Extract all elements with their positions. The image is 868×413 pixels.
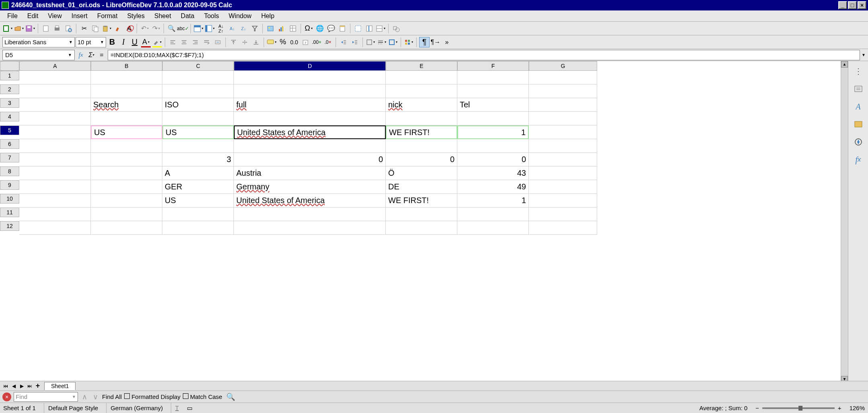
cell-A5[interactable] <box>19 125 91 139</box>
cell-B6[interactable] <box>91 139 162 153</box>
cell-A8[interactable] <box>19 166 91 180</box>
close-findbar-button[interactable]: × <box>2 392 11 401</box>
add-sheet-button[interactable]: + <box>34 382 42 390</box>
language-status[interactable]: German (Germany) <box>106 403 163 413</box>
cell-E4[interactable] <box>386 112 457 125</box>
cell-D4[interactable] <box>234 112 386 125</box>
col-header-E[interactable]: E <box>386 61 457 71</box>
row-header-4[interactable]: 4 <box>0 112 19 121</box>
calc-status[interactable]: Average: ; Sum: 0 <box>699 405 747 411</box>
cell-E6[interactable] <box>386 139 457 153</box>
find-replace-button[interactable]: 🔍 <box>166 23 177 34</box>
show-draw-button[interactable] <box>391 23 401 34</box>
font-name-combo[interactable]: Liberation Sans ▼ <box>2 37 75 47</box>
cell-E7[interactable]: 0 <box>386 153 457 166</box>
open-button[interactable] <box>14 23 24 34</box>
styles-pane-icon[interactable]: A <box>852 101 864 113</box>
cell-E2[interactable] <box>386 84 457 98</box>
cell-E9[interactable]: DE <box>386 180 457 194</box>
cell-E3[interactable]: nick <box>386 98 457 112</box>
tab-first-button[interactable]: ⏮ <box>2 382 10 390</box>
font-color-button[interactable]: A <box>141 37 151 47</box>
print-preview-button[interactable] <box>63 23 74 34</box>
cell-F4[interactable] <box>457 112 529 125</box>
highlight-color-button[interactable] <box>152 37 162 47</box>
cell-C7[interactable]: 3 <box>162 153 234 166</box>
row-header-8[interactable]: 8 <box>0 166 19 176</box>
more-button[interactable]: » <box>442 37 452 47</box>
cell-D6[interactable] <box>234 139 386 153</box>
cell-C12[interactable] <box>162 221 234 235</box>
cell-B7[interactable] <box>91 153 162 166</box>
border-style-button[interactable] <box>377 37 387 47</box>
menu-insert[interactable]: Insert <box>67 12 92 21</box>
cell-C8[interactable]: A <box>162 166 234 180</box>
paste-button[interactable] <box>101 23 112 34</box>
cell-C2[interactable] <box>162 84 234 98</box>
cell-E11[interactable] <box>386 208 457 221</box>
cell-G5[interactable] <box>529 125 597 139</box>
freeze-button[interactable] <box>364 23 375 34</box>
cell-D2[interactable] <box>234 84 386 98</box>
cell-B12[interactable] <box>91 221 162 235</box>
spreadsheet-grid[interactable]: A B C D E F G 1 2 3 Search ISO full nick… <box>0 61 848 235</box>
date-format-button[interactable]: 7 <box>300 37 311 47</box>
remove-decimal-button[interactable]: .0× <box>323 37 333 47</box>
cell-E10[interactable]: WE FIRST! <box>386 194 457 208</box>
hyperlink-button[interactable]: 🌐 <box>315 23 325 34</box>
cell-B9[interactable] <box>91 180 162 194</box>
cell-D10[interactable]: United States of America <box>234 194 386 208</box>
row-header-1[interactable]: 1 <box>0 71 19 80</box>
cell-D8[interactable]: Austria <box>234 166 386 180</box>
minimize-button[interactable]: _ <box>838 1 847 9</box>
cell-G10[interactable] <box>529 194 597 208</box>
cell-C6[interactable] <box>162 139 234 153</box>
align-center-button[interactable] <box>179 37 189 47</box>
font-size-combo[interactable]: 10 pt ▼ <box>76 37 106 47</box>
italic-button[interactable]: I <box>118 37 129 47</box>
insert-mode-icon[interactable]: ⌶ <box>171 403 179 413</box>
vertical-scrollbar[interactable]: ▲ ▼ <box>841 61 848 382</box>
cell-A6[interactable] <box>19 139 91 153</box>
decrease-indent-button[interactable] <box>350 37 360 47</box>
cell-G7[interactable] <box>529 153 597 166</box>
save-button[interactable] <box>25 23 35 34</box>
cell-F9[interactable]: 49 <box>457 180 529 194</box>
cell-C10[interactable]: US <box>162 194 234 208</box>
cell-D5[interactable]: United States of America <box>234 125 386 139</box>
selection-mode-icon[interactable]: ▭ <box>187 405 192 412</box>
zoom-out-button[interactable]: − <box>755 405 759 411</box>
comment-button[interactable]: 💬 <box>326 23 336 34</box>
row-header-2[interactable]: 2 <box>0 84 19 94</box>
cell-A7[interactable] <box>19 153 91 166</box>
cell-G8[interactable] <box>529 166 597 180</box>
col-header-C[interactable]: C <box>162 61 234 71</box>
cell-A10[interactable] <box>19 194 91 208</box>
sidebar-settings-icon[interactable]: ⋮ <box>852 65 864 77</box>
cell-D9[interactable]: Germany <box>234 180 386 194</box>
tab-next-button[interactable]: ▶ <box>18 382 26 390</box>
cell-C11[interactable] <box>162 208 234 221</box>
cell-G1[interactable] <box>529 71 597 84</box>
row-header-9[interactable]: 9 <box>0 180 19 190</box>
menu-view[interactable]: View <box>43 12 66 21</box>
tab-last-button[interactable]: ⏭ <box>26 382 34 390</box>
row-header-10[interactable]: 10 <box>0 194 19 203</box>
row-button[interactable] <box>193 23 204 34</box>
cell-A3[interactable] <box>19 98 91 112</box>
pivot-table-button[interactable] <box>288 23 298 34</box>
cell-B1[interactable] <box>91 71 162 84</box>
menu-edit[interactable]: Edit <box>23 12 43 21</box>
scroll-up-button[interactable]: ▲ <box>841 61 848 68</box>
cell-D12[interactable] <box>234 221 386 235</box>
sheet-tab-1[interactable]: Sheet1 <box>44 382 76 390</box>
align-right-button[interactable] <box>190 37 201 47</box>
cell-C9[interactable]: GER <box>162 180 234 194</box>
col-header-D[interactable]: D <box>234 61 386 71</box>
print-button[interactable] <box>52 23 62 34</box>
page-style-status[interactable]: Default Page Style <box>44 403 98 413</box>
increase-indent-button[interactable] <box>338 37 349 47</box>
export-pdf-button[interactable] <box>41 23 51 34</box>
find-next-button[interactable]: ∨ <box>91 392 100 401</box>
cell-A1[interactable] <box>19 71 91 84</box>
